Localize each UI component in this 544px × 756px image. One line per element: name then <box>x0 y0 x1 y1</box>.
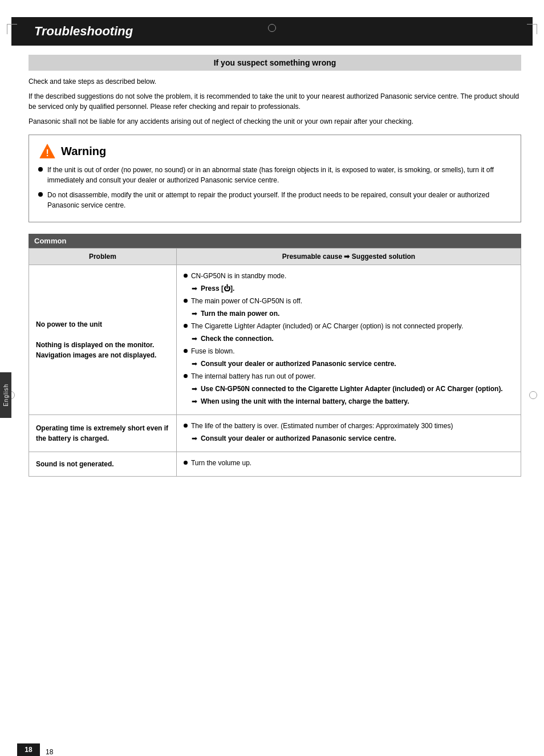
page-number-plain: 18 <box>46 748 53 756</box>
intro-p3: Panasonic shall not be liable for any ac… <box>29 116 521 127</box>
arrow-item: ➡ Check the connection. <box>192 334 514 344</box>
bullet-dot <box>184 299 188 303</box>
common-header: Common <box>29 234 521 248</box>
section-subtitle: If you suspect something wrong <box>29 55 521 71</box>
trouble-table: Problem Presumable cause ➡ Suggested sol… <box>29 248 521 477</box>
warning-item-1: If the unit is out of order (no power, n… <box>38 165 511 185</box>
problem-cell-3: Sound is not generated. <box>29 452 177 477</box>
arrow-item: ➡ Turn the main power on. <box>192 308 514 319</box>
table-row: No power to the unit Nothing is displaye… <box>29 265 521 415</box>
bullet-dot <box>184 324 188 328</box>
arrow-item: ➡ Consult your dealer or authorized Pana… <box>192 433 514 444</box>
page-number-badge: 18 <box>17 743 40 756</box>
bullet-dot <box>184 424 188 428</box>
bullet-dot <box>184 274 188 278</box>
warning-bullets: If the unit is out of order (no power, n… <box>38 165 511 210</box>
problem-cell-2: Operating time is extremely short even i… <box>29 415 177 452</box>
side-tab: English <box>0 372 11 418</box>
table-header-row: Problem Presumable cause ➡ Suggested sol… <box>29 249 521 265</box>
circle-right <box>529 391 537 399</box>
solution-header: Presumable cause ➡ Suggested solution <box>176 249 521 265</box>
warning-icon: ! <box>38 142 56 160</box>
arrow-item: ➡ When using the unit with the internal … <box>192 396 514 407</box>
warning-title: ! Warning <box>38 142 511 160</box>
corner-mark-tr <box>527 24 537 34</box>
intro-p1: Check and take steps as described below. <box>29 76 521 87</box>
warning-item-2: Do not disassemble, modify the unit or a… <box>38 190 511 210</box>
side-tab-label: English <box>3 384 9 407</box>
bullet-dot <box>184 374 188 378</box>
arrow-item: ➡ Use CN-GP50N connected to the Cigarett… <box>192 384 514 394</box>
solution-cell-3: Turn the volume up. <box>176 452 521 477</box>
solution-item: The Cigarette Lighter Adapter (included)… <box>184 321 514 331</box>
arrow-item: ➡ Press [⏻]. <box>192 283 514 294</box>
problem-cell-1: No power to the unit Nothing is displaye… <box>29 265 177 415</box>
problem-header: Problem <box>29 249 177 265</box>
svg-text:!: ! <box>46 148 48 158</box>
solution-item: Fuse is blown. <box>184 346 514 356</box>
warning-box: ! Warning If the unit is out of order (n… <box>29 135 521 222</box>
bullet-dot <box>184 461 188 465</box>
main-content: If you suspect something wrong Check and… <box>23 55 527 477</box>
solution-item: Turn the volume up. <box>184 458 514 468</box>
solution-cell-2: The life of the battery is over. (Estima… <box>176 415 521 452</box>
solution-item: The main power of CN-GP50N is off. <box>184 296 514 306</box>
bullet-dot <box>38 192 43 197</box>
bullet-dot <box>184 349 188 353</box>
circle-top <box>268 24 276 32</box>
intro-p2: If the described suggestions do not solv… <box>29 91 521 112</box>
arrow-item: ➡ Consult your dealer or authorized Pana… <box>192 359 514 369</box>
table-row: Sound is not generated. Turn the volume … <box>29 452 521 477</box>
solution-item: The life of the battery is over. (Estima… <box>184 421 514 431</box>
solution-item: The internal battery has run out of powe… <box>184 371 514 381</box>
table-row: Operating time is extremely short even i… <box>29 415 521 452</box>
bullet-dot <box>38 167 43 172</box>
page: English Troubleshooting If you suspect s… <box>0 17 544 756</box>
warning-label: Warning <box>61 145 106 158</box>
corner-mark-tl <box>7 24 17 34</box>
solution-item: CN-GP50N is in standby mode. <box>184 271 514 281</box>
solution-cell-1: CN-GP50N is in standby mode. ➡ Press [⏻]… <box>176 265 521 415</box>
